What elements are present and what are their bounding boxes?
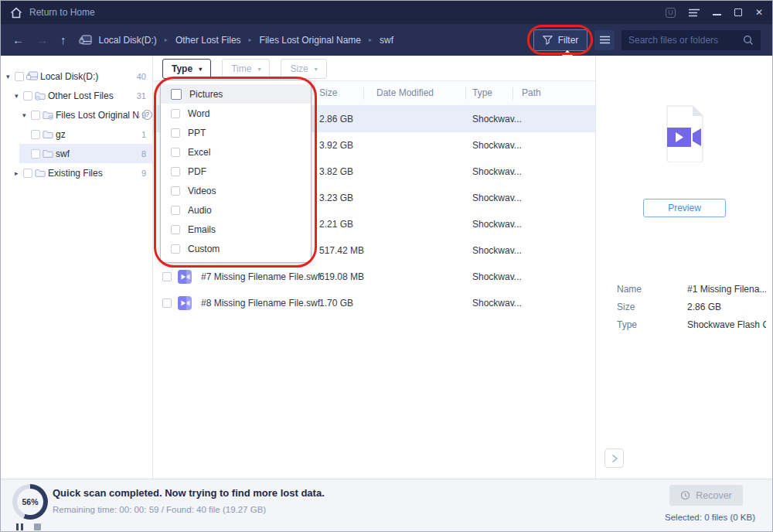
checkbox[interactable]: [171, 89, 182, 100]
breadcrumb-item-other-lost-files[interactable]: Other Lost Files: [175, 35, 241, 46]
back-button[interactable]: ←: [12, 33, 24, 46]
chevron-down-icon[interactable]: ▾: [6, 73, 15, 80]
tree-item-label: Files Lost Original Na...: [56, 110, 140, 121]
upgrade-icon[interactable]: U: [666, 8, 676, 18]
file-size: 517.42 MB: [319, 237, 364, 264]
return-home-button[interactable]: Return to Home: [29, 7, 95, 18]
tree-item-existing-files[interactable]: ▸Existing Files9: [1, 163, 152, 182]
search-icon[interactable]: [743, 35, 754, 46]
checkbox[interactable]: [162, 272, 172, 281]
filter-button[interactable]: Filter: [533, 29, 587, 51]
tree-item-other-lost-files[interactable]: ▾Other Lost Files31: [1, 86, 152, 105]
file-type: Shockwav...: [472, 106, 522, 132]
checkbox[interactable]: [171, 128, 180, 138]
filter-option-label: Pictures: [189, 89, 223, 100]
filter-option-excel[interactable]: Excel: [161, 142, 311, 162]
filter-option-emails[interactable]: Emails: [161, 220, 311, 239]
file-name: #8 Missing Filename File.swf: [201, 290, 320, 316]
detail-row-name: Name#1 Missing Filena...: [617, 280, 766, 298]
folder-tree: ▾Local Disk(D:)40▾Other Lost Files31▾Fil…: [1, 56, 153, 479]
detail-label: Name: [617, 284, 687, 295]
column-header-path[interactable]: Path: [522, 81, 541, 105]
filter-option-pictures[interactable]: Pictures: [161, 84, 311, 104]
checkbox[interactable]: [23, 91, 32, 101]
column-header-size[interactable]: Size: [319, 81, 337, 105]
chevron-right-icon[interactable]: ▸: [15, 169, 23, 177]
type-filter-dropdown: PicturesWordPPTExcelPDFVideosAudioEmails…: [160, 80, 312, 263]
checkbox[interactable]: [171, 186, 180, 196]
checkbox[interactable]: [171, 109, 180, 118]
tree-item-files-lost-original-na[interactable]: ▾Files Lost Original Na...?9: [1, 105, 152, 124]
forward-button[interactable]: →: [36, 33, 48, 46]
maximize-button[interactable]: [734, 9, 742, 16]
file-size: 2.21 GB: [319, 211, 353, 237]
checkbox[interactable]: [31, 111, 40, 120]
filter-option-word[interactable]: Word: [161, 104, 311, 123]
chevron-down-icon[interactable]: ▾: [22, 111, 31, 119]
drive-icon: [79, 35, 92, 46]
file-count-badge: 9: [141, 169, 146, 178]
chevron-down-icon[interactable]: ▾: [15, 92, 23, 100]
pause-button[interactable]: [16, 523, 23, 530]
file-size: 619.08 MB: [319, 264, 364, 290]
checkbox[interactable]: [171, 206, 180, 215]
search-box[interactable]: [621, 30, 761, 50]
checkbox[interactable]: [31, 149, 40, 159]
expand-panel-button[interactable]: [604, 448, 624, 468]
stop-button[interactable]: [34, 523, 41, 530]
minimize-button[interactable]: [713, 14, 721, 15]
tree-item-gz[interactable]: gz1: [1, 124, 152, 144]
breadcrumb-item-swf[interactable]: swf: [380, 35, 393, 46]
filter-option-ppt[interactable]: PPT: [161, 123, 311, 142]
recover-button[interactable]: Recover: [669, 485, 743, 506]
breadcrumb-item-local-disk-d[interactable]: Local Disk(D:): [99, 35, 157, 46]
checkbox[interactable]: [15, 72, 24, 81]
tree-item-local-disk-d[interactable]: ▾Local Disk(D:)40: [1, 66, 152, 86]
breadcrumb: Local Disk(D:)▸Other Lost Files▸Files Lo…: [99, 35, 394, 46]
breadcrumb-item-files-lost-original-name[interactable]: Files Lost Original Name: [260, 35, 361, 46]
view-options-button[interactable]: [594, 30, 615, 50]
filter-time-button[interactable]: Time▾: [222, 59, 270, 79]
file-type: Shockwav...: [472, 237, 522, 264]
table-row[interactable]: #7 Missing Filename File.swf619.08 MBSho…: [153, 264, 595, 290]
table-row[interactable]: #8 Missing Filename File.swf1.70 GBShock…: [153, 290, 595, 316]
filter-button-wrap: Filter: [533, 29, 587, 51]
search-input[interactable]: [628, 35, 743, 46]
file-list-area: Type▾Time▾Size▾ SizeDate ModifiedTypePat…: [153, 56, 595, 479]
tree-item-swf[interactable]: swf8: [1, 144, 152, 163]
menu-icon[interactable]: [689, 7, 700, 18]
close-button[interactable]: ✕: [755, 7, 763, 18]
home-icon[interactable]: [10, 7, 22, 19]
column-header-date-modified[interactable]: Date Modified: [376, 81, 434, 105]
titlebar: Return to Home U ✕: [1, 1, 772, 24]
filter-type-button[interactable]: Type▾: [162, 59, 211, 79]
checkbox[interactable]: [171, 225, 180, 234]
chevron-down-icon: ▾: [315, 66, 318, 73]
filter-option-pdf[interactable]: PDF: [161, 162, 311, 181]
selected-info: Selected: 0 files (0 KB): [665, 513, 755, 522]
detail-label: Size: [617, 302, 687, 312]
checkbox[interactable]: [171, 244, 180, 254]
detail-label: Type: [617, 319, 687, 330]
filter-option-custom[interactable]: Custom: [161, 239, 311, 258]
breadcrumb-separator-icon: ▸: [369, 36, 372, 43]
filter-option-label: Emails: [188, 224, 216, 235]
column-header-type[interactable]: Type: [472, 81, 492, 105]
checkbox[interactable]: [23, 169, 32, 178]
swf-file-icon: [663, 105, 707, 165]
filter-option-audio[interactable]: Audio: [161, 200, 311, 220]
checkbox[interactable]: [171, 167, 180, 176]
filter-option-videos[interactable]: Videos: [161, 181, 311, 200]
preview-button[interactable]: Preview: [643, 199, 726, 217]
checkbox[interactable]: [171, 148, 180, 157]
folder-icon: [43, 149, 53, 159]
filter-size-button[interactable]: Size▾: [281, 59, 326, 79]
preview-panel: Preview Name#1 Missing Filena...Size2.86…: [595, 56, 772, 479]
detail-value: Shockwave Flash O..: [687, 319, 766, 330]
video-file-icon: [178, 270, 192, 284]
checkbox[interactable]: [162, 298, 172, 308]
chevron-down-icon: ▾: [199, 66, 202, 73]
checkbox[interactable]: [31, 130, 40, 139]
tree-item-label: Local Disk(D:): [40, 71, 98, 82]
up-button[interactable]: ↑: [60, 33, 66, 46]
